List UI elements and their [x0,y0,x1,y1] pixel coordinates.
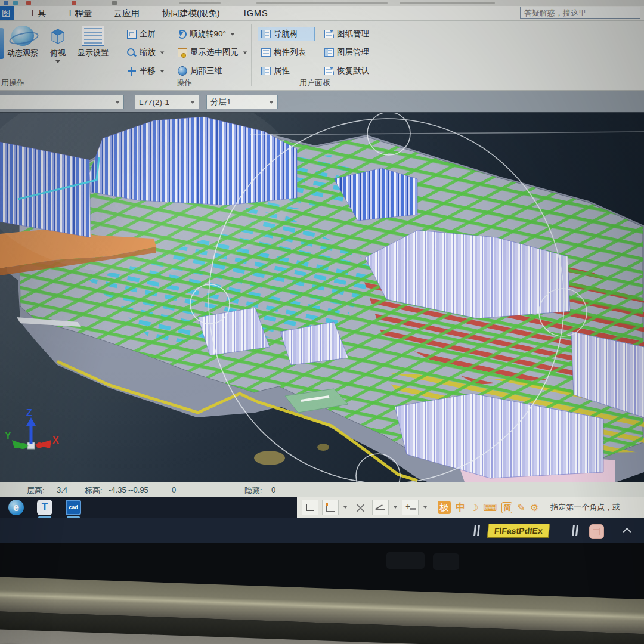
group-label: 用操作 [0,78,117,88]
floor-select[interactable]: L77(2)-1 [135,95,199,109]
taskbar-separator [572,525,578,536]
show-selected-button[interactable]: 显示选中图元 [174,45,251,60]
ime-logo-icon[interactable]: 极 [438,501,451,514]
taskbar-left-segment: e T cad [0,497,297,518]
top-view-button[interactable]: 俯视 [47,26,69,63]
chevron-down-icon[interactable] [423,506,427,509]
restore-default-button[interactable]: 恢复默认 [321,64,378,78]
cross-icon[interactable] [352,500,369,515]
tab-igms[interactable]: IGMS [244,6,268,20]
monitor-photo: 图 工具 工程量 云应用 协同建模(限免) IGMS 动态观察 [0,0,644,644]
svg-text:X: X [52,435,59,445]
window-title-smudge [256,2,388,4]
chevron-down-icon [269,101,274,104]
tray-app-icon[interactable] [589,524,604,539]
count-value: 0 [172,485,176,494]
group-label: 用户面板 [252,78,378,88]
nav-tree-button[interactable]: 导航树 [258,27,315,41]
selector-bar: L77(2)-1 分层1 [0,91,644,113]
pdf-app-taskbar-item[interactable]: FlFastPdfEx [487,524,550,538]
window-title-smudge [179,2,221,4]
hidden-count: 0 [271,485,275,494]
bezel-logo-mark [386,552,425,569]
app-status-bar: 层高: 3.4 标高: -4.35~-0.95 0 隐藏: 0 [0,482,644,497]
tan-blob [254,451,285,465]
chevron-down-icon[interactable] [55,60,60,63]
orbit-sphere-icon [11,26,34,46]
chevron-down-icon [115,101,120,104]
quick-access-icon[interactable] [72,1,76,5]
chevron-down-icon[interactable] [394,506,397,509]
windows-taskbar: FlFastPdfEx [0,518,644,543]
clipped-combo[interactable] [0,95,124,109]
fullscreen-icon [127,30,137,39]
rotate-90-button[interactable]: 顺旋转90° [174,27,251,41]
component-list-button[interactable]: 构件列表 [258,45,315,60]
cad-app-taskbar-icon[interactable]: cad [66,500,81,515]
properties-button[interactable]: 属性 [258,64,315,78]
plus-line-icon[interactable] [402,500,419,515]
ime-halfwidth-moon-icon[interactable]: ☽ [470,502,478,513]
t-app-taskbar-icon[interactable]: T [37,500,52,515]
display-settings-button[interactable]: 显示设置 [78,26,109,58]
floor-height-value: 3.4 [57,485,67,494]
model-3d-viewport[interactable]: Z Y X [0,113,644,482]
window-title-smudge [400,2,495,4]
browser-taskbar-icon[interactable]: e [8,500,24,515]
orbit-button[interactable]: 动态观察 [7,26,38,58]
ime-settings-gear-icon[interactable]: ⚙ [530,502,538,513]
taskbar-separator [474,525,480,536]
local-3d-sphere-icon [178,66,187,76]
ribbon: 动态观察 俯视 显示设置 用操作 [0,21,644,91]
local-3d-button[interactable]: 局部三维 [174,64,251,78]
tab-collab[interactable]: 协同建模(限免) [162,6,220,20]
ucs-axis-tripod: Z Y X [5,408,59,449]
tan-blob [317,444,329,451]
ime-keyboard-icon[interactable]: ⌨ [483,502,497,513]
rect-draw-icon[interactable] [322,500,339,515]
pan-button[interactable]: 平移 [123,64,168,78]
tab-cloud[interactable]: 云应用 [114,6,140,20]
quick-access-icon[interactable] [26,1,31,5]
titlebar-strip [0,0,644,6]
floor-height-label: 层高: [27,485,45,496]
fullscreen-button[interactable]: 全屏 [123,27,168,41]
properties-panel-icon [261,67,271,75]
ime-mode-chinese[interactable]: 中 [456,501,465,514]
display-list-icon [82,26,104,46]
drawing-sheet-icon [324,30,334,38]
ribbon-group-operations: 全屏 顺旋转90° 缩放 显示选中图元 [117,21,251,90]
chevron-down-icon[interactable] [231,33,235,35]
drawing-manage-button[interactable]: 图纸管理 [321,27,378,41]
tab-view-active[interactable]: 图 [0,6,14,20]
layer-manage-button[interactable]: 图层管理 [321,45,378,60]
bottom-toolbar-row: e T cad 极 中 ☽ ⌨ 简 ✎ ⚙ [0,497,644,518]
chevron-down-icon[interactable] [343,506,347,509]
component-list-icon [261,48,271,57]
ime-pen-icon[interactable]: ✎ [517,502,525,513]
chevron-down-icon[interactable] [160,70,165,72]
tab-quantities[interactable]: 工程量 [66,6,92,20]
chevron-down-icon[interactable] [160,51,165,54]
quick-access-icon[interactable] [4,1,8,5]
model-3d-canvas: Z Y X [0,113,644,482]
ribbon-group-common-ops: 动态观察 俯视 显示设置 用操作 [0,21,117,90]
pan-cross-icon [127,67,137,76]
quick-access-icon[interactable] [112,1,117,5]
zoom-button[interactable]: 缩放 [123,45,168,60]
cube-icon [47,26,69,46]
chevron-down-icon[interactable] [243,51,247,54]
layer-select[interactable]: 分层1 [206,95,278,109]
ime-simplified[interactable]: 简 [501,502,512,513]
show-hidden-icons-chevron[interactable] [623,528,632,537]
quick-access-icon[interactable] [13,1,18,5]
tab-tools[interactable]: 工具 [29,6,46,20]
snap-toolbar: 极 中 ☽ ⌨ 简 ✎ ⚙ 指定第一个角点，或 [297,497,644,518]
elevation-label: 标高: [85,485,103,496]
angle-measure-icon[interactable] [372,500,389,515]
elevation-value: -4.35~-0.95 [109,485,148,494]
ortho-icon[interactable] [302,500,318,515]
chevron-down-icon [190,101,195,104]
help-search-input[interactable] [520,7,640,19]
layers-icon [324,48,334,57]
